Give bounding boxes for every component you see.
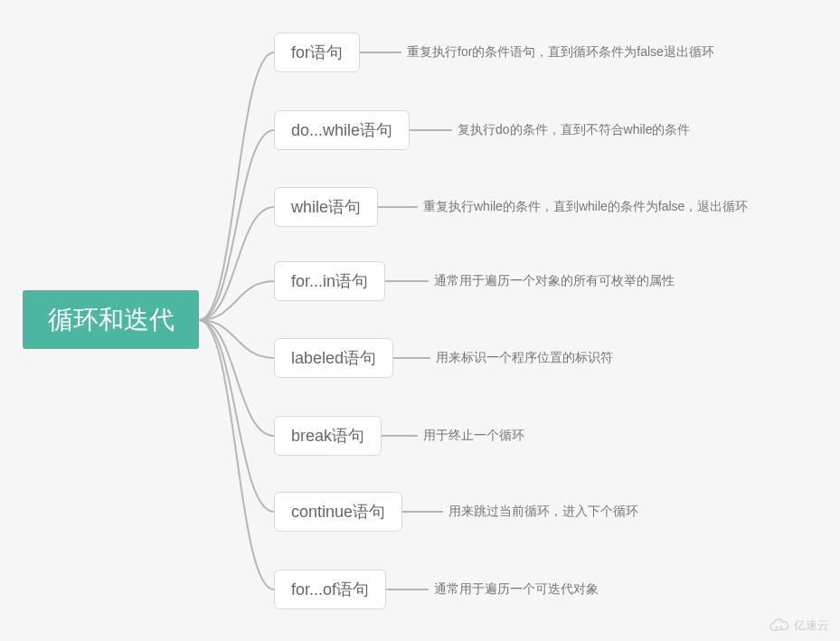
branch-label: continue语句 xyxy=(291,501,385,523)
watermark-text: 亿速云 xyxy=(794,617,829,634)
branch-node[interactable]: while语句 xyxy=(274,187,378,227)
root-node[interactable]: 循环和迭代 xyxy=(23,290,199,349)
leaf-label: 复执行do的条件，直到不符合while的条件 xyxy=(458,122,690,138)
leaf-node: 通常用于遍历一个可迭代对象 xyxy=(434,580,599,599)
leaf-node: 通常用于遍历一个对象的所有可枚举的属性 xyxy=(434,272,675,290)
leaf-node: 重复执行for的条件语句，直到循环条件为false退出循环 xyxy=(407,43,714,61)
leaf-label: 用来标识一个程序位置的标识符 xyxy=(436,350,613,366)
svg-point-0 xyxy=(776,627,778,628)
branch-node[interactable]: labeled语句 xyxy=(274,338,393,378)
branch-label: while语句 xyxy=(291,196,361,218)
branch-label: labeled语句 xyxy=(291,347,376,369)
leaf-node: 用来标识一个程序位置的标识符 xyxy=(436,349,613,367)
branch-label: do...while语句 xyxy=(291,119,392,141)
branch-label: for...of语句 xyxy=(291,579,369,600)
branch-node[interactable]: do...while语句 xyxy=(274,110,410,150)
branch-node[interactable]: for...in语句 xyxy=(274,261,385,301)
branch-label: for语句 xyxy=(291,42,343,63)
branch-node[interactable]: for语句 xyxy=(274,33,360,72)
leaf-node: 用于终止一个循环 xyxy=(423,427,524,445)
cloud-icon xyxy=(769,618,790,633)
root-label: 循环和迭代 xyxy=(48,303,175,337)
leaf-label: 重复执行for的条件语句，直到循环条件为false退出循环 xyxy=(407,44,714,61)
watermark: 亿速云 xyxy=(769,617,829,634)
leaf-label: 用于终止一个循环 xyxy=(423,428,524,444)
leaf-node: 复执行do的条件，直到不符合while的条件 xyxy=(458,121,690,139)
leaf-label: 重复执行while的条件，直到while的条件为false，退出循环 xyxy=(423,199,748,215)
leaf-node: 重复执行while的条件，直到while的条件为false，退出循环 xyxy=(423,198,748,216)
branch-node[interactable]: for...of语句 xyxy=(274,570,386,609)
leaf-label: 通常用于遍历一个对象的所有可枚举的属性 xyxy=(434,273,675,289)
branch-node[interactable]: continue语句 xyxy=(274,492,402,532)
branch-node[interactable]: break语句 xyxy=(274,416,382,456)
leaf-label: 用来跳过当前循环，进入下个循环 xyxy=(448,504,638,520)
leaf-node: 用来跳过当前循环，进入下个循环 xyxy=(448,503,638,521)
branch-label: break语句 xyxy=(291,425,364,447)
svg-point-1 xyxy=(779,627,781,628)
leaf-label: 通常用于遍历一个可迭代对象 xyxy=(434,581,599,598)
branch-label: for...in语句 xyxy=(291,270,368,292)
